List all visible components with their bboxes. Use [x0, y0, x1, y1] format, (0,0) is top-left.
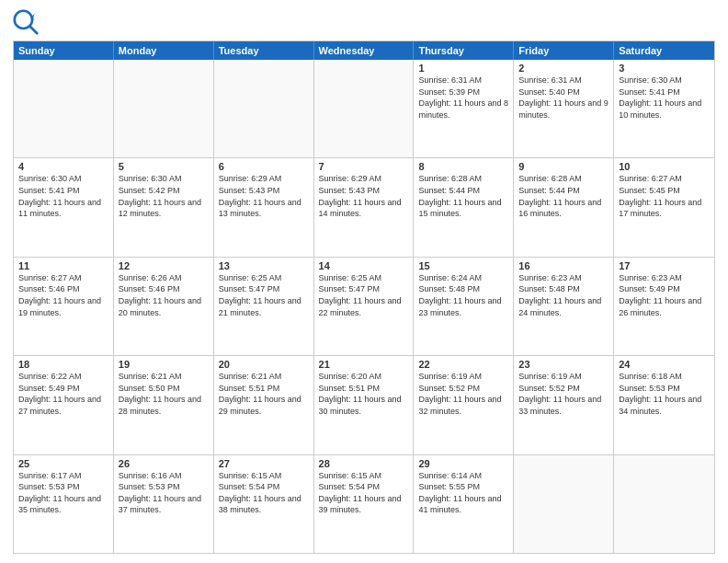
empty-cell [314, 60, 415, 157]
day-info: Sunrise: 6:21 AMSunset: 5:50 PMDaylight:… [119, 371, 209, 417]
empty-cell [14, 60, 114, 157]
day-cell-1: 1Sunrise: 6:31 AMSunset: 5:39 PMDaylight… [414, 60, 514, 157]
svg-point-0 [15, 11, 32, 29]
day-info: Sunrise: 6:21 AMSunset: 5:51 PMDaylight:… [219, 371, 309, 417]
day-cell-11: 11Sunrise: 6:27 AMSunset: 5:46 PMDayligh… [14, 258, 114, 355]
weekday-header-saturday: Saturday [614, 41, 714, 60]
day-number: 27 [219, 458, 309, 469]
calendar-body: 1Sunrise: 6:31 AMSunset: 5:39 PMDaylight… [14, 60, 714, 553]
weekday-header-sunday: Sunday [14, 41, 114, 60]
day-cell-24: 24Sunrise: 6:18 AMSunset: 5:53 PMDayligh… [614, 356, 714, 454]
day-info: Sunrise: 6:14 AMSunset: 5:55 PMDaylight:… [418, 470, 508, 516]
empty-cell [514, 455, 614, 553]
day-cell-15: 15Sunrise: 6:24 AMSunset: 5:48 PMDayligh… [414, 258, 514, 355]
day-info: Sunrise: 6:15 AMSunset: 5:54 PMDaylight:… [219, 470, 309, 516]
day-info: Sunrise: 6:28 AMSunset: 5:44 PMDaylight:… [418, 173, 508, 219]
day-number: 5 [119, 161, 209, 172]
day-info: Sunrise: 6:16 AMSunset: 5:53 PMDaylight:… [119, 470, 209, 516]
day-cell-21: 21Sunrise: 6:20 AMSunset: 5:51 PMDayligh… [314, 356, 415, 454]
calendar-row-1: 4Sunrise: 6:30 AMSunset: 5:41 PMDaylight… [14, 158, 714, 257]
weekday-header-wednesday: Wednesday [314, 41, 415, 60]
day-info: Sunrise: 6:23 AMSunset: 5:49 PMDaylight:… [619, 272, 710, 318]
day-info: Sunrise: 6:20 AMSunset: 5:51 PMDaylight:… [319, 371, 409, 417]
day-cell-27: 27Sunrise: 6:15 AMSunset: 5:54 PMDayligh… [214, 455, 314, 553]
day-number: 18 [18, 359, 108, 370]
day-cell-7: 7Sunrise: 6:29 AMSunset: 5:43 PMDaylight… [314, 158, 415, 256]
day-info: Sunrise: 6:24 AMSunset: 5:48 PMDaylight:… [418, 272, 508, 318]
day-cell-26: 26Sunrise: 6:16 AMSunset: 5:53 PMDayligh… [114, 455, 214, 553]
page: SundayMondayTuesdayWednesdayThursdayFrid… [0, 0, 728, 563]
day-info: Sunrise: 6:25 AMSunset: 5:47 PMDaylight:… [219, 272, 309, 318]
day-info: Sunrise: 6:22 AMSunset: 5:49 PMDaylight:… [18, 371, 108, 417]
day-number: 2 [518, 63, 609, 74]
weekday-header-thursday: Thursday [414, 41, 514, 60]
calendar-row-4: 25Sunrise: 6:17 AMSunset: 5:53 PMDayligh… [14, 455, 714, 553]
day-cell-17: 17Sunrise: 6:23 AMSunset: 5:49 PMDayligh… [614, 258, 714, 355]
day-cell-25: 25Sunrise: 6:17 AMSunset: 5:53 PMDayligh… [14, 455, 114, 553]
day-number: 23 [518, 359, 609, 370]
day-number: 11 [18, 260, 108, 271]
day-number: 3 [619, 63, 710, 74]
day-cell-18: 18Sunrise: 6:22 AMSunset: 5:49 PMDayligh… [14, 356, 114, 454]
day-number: 9 [518, 161, 609, 172]
day-cell-4: 4Sunrise: 6:30 AMSunset: 5:41 PMDaylight… [14, 158, 114, 256]
weekday-header-tuesday: Tuesday [214, 41, 314, 60]
day-info: Sunrise: 6:15 AMSunset: 5:54 PMDaylight:… [319, 470, 409, 516]
day-number: 16 [518, 260, 609, 271]
day-number: 14 [319, 260, 409, 271]
day-info: Sunrise: 6:28 AMSunset: 5:44 PMDaylight:… [518, 173, 609, 219]
day-number: 24 [619, 359, 710, 370]
day-number: 26 [119, 458, 209, 469]
calendar-row-3: 18Sunrise: 6:22 AMSunset: 5:49 PMDayligh… [14, 356, 714, 454]
day-number: 8 [418, 161, 508, 172]
day-cell-12: 12Sunrise: 6:26 AMSunset: 5:46 PMDayligh… [114, 258, 214, 355]
day-info: Sunrise: 6:31 AMSunset: 5:39 PMDaylight:… [418, 75, 508, 121]
day-number: 19 [119, 359, 209, 370]
weekday-header-monday: Monday [114, 41, 214, 60]
day-info: Sunrise: 6:17 AMSunset: 5:53 PMDaylight:… [18, 470, 108, 516]
calendar-row-2: 11Sunrise: 6:27 AMSunset: 5:46 PMDayligh… [14, 258, 714, 356]
day-info: Sunrise: 6:31 AMSunset: 5:40 PMDaylight:… [518, 75, 609, 121]
day-info: Sunrise: 6:30 AMSunset: 5:41 PMDaylight:… [18, 173, 108, 219]
day-cell-28: 28Sunrise: 6:15 AMSunset: 5:54 PMDayligh… [314, 455, 415, 553]
day-cell-14: 14Sunrise: 6:25 AMSunset: 5:47 PMDayligh… [314, 258, 415, 355]
logo-icon [13, 9, 39, 35]
day-cell-16: 16Sunrise: 6:23 AMSunset: 5:48 PMDayligh… [514, 258, 614, 355]
header [13, 9, 715, 35]
day-number: 17 [619, 260, 710, 271]
day-info: Sunrise: 6:23 AMSunset: 5:48 PMDaylight:… [518, 272, 609, 318]
day-info: Sunrise: 6:25 AMSunset: 5:47 PMDaylight:… [319, 272, 409, 318]
day-cell-22: 22Sunrise: 6:19 AMSunset: 5:52 PMDayligh… [414, 356, 514, 454]
empty-cell [214, 60, 314, 157]
day-number: 22 [418, 359, 508, 370]
day-number: 15 [418, 260, 508, 271]
empty-cell [614, 455, 714, 553]
day-cell-8: 8Sunrise: 6:28 AMSunset: 5:44 PMDaylight… [414, 158, 514, 256]
day-number: 21 [319, 359, 409, 370]
day-info: Sunrise: 6:29 AMSunset: 5:43 PMDaylight:… [319, 173, 409, 219]
day-cell-19: 19Sunrise: 6:21 AMSunset: 5:50 PMDayligh… [114, 356, 214, 454]
day-info: Sunrise: 6:26 AMSunset: 5:46 PMDaylight:… [119, 272, 209, 318]
day-cell-13: 13Sunrise: 6:25 AMSunset: 5:47 PMDayligh… [214, 258, 314, 355]
day-cell-20: 20Sunrise: 6:21 AMSunset: 5:51 PMDayligh… [214, 356, 314, 454]
day-number: 6 [219, 161, 309, 172]
day-number: 13 [219, 260, 309, 271]
day-cell-29: 29Sunrise: 6:14 AMSunset: 5:55 PMDayligh… [414, 455, 514, 553]
day-info: Sunrise: 6:29 AMSunset: 5:43 PMDaylight:… [219, 173, 309, 219]
day-number: 12 [119, 260, 209, 271]
day-number: 4 [18, 161, 108, 172]
day-info: Sunrise: 6:19 AMSunset: 5:52 PMDaylight:… [518, 371, 609, 417]
day-info: Sunrise: 6:18 AMSunset: 5:53 PMDaylight:… [619, 371, 710, 417]
day-number: 20 [219, 359, 309, 370]
day-info: Sunrise: 6:27 AMSunset: 5:45 PMDaylight:… [619, 173, 710, 219]
day-number: 29 [418, 458, 508, 469]
day-info: Sunrise: 6:30 AMSunset: 5:42 PMDaylight:… [119, 173, 209, 219]
day-cell-5: 5Sunrise: 6:30 AMSunset: 5:42 PMDaylight… [114, 158, 214, 256]
day-info: Sunrise: 6:19 AMSunset: 5:52 PMDaylight:… [418, 371, 508, 417]
calendar-row-0: 1Sunrise: 6:31 AMSunset: 5:39 PMDaylight… [14, 60, 714, 158]
day-cell-10: 10Sunrise: 6:27 AMSunset: 5:45 PMDayligh… [614, 158, 714, 256]
logo [13, 9, 42, 35]
day-cell-23: 23Sunrise: 6:19 AMSunset: 5:52 PMDayligh… [514, 356, 614, 454]
day-cell-2: 2Sunrise: 6:31 AMSunset: 5:40 PMDaylight… [514, 60, 614, 157]
day-number: 25 [18, 458, 108, 469]
